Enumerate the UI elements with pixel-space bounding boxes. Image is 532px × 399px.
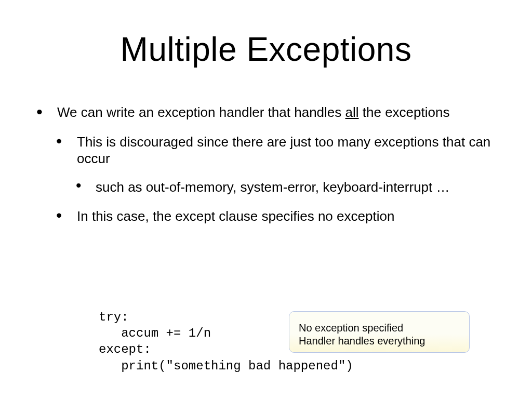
bullet-dot-icon: • (56, 207, 62, 223)
bullet-dot-icon: • (36, 103, 43, 121)
bullet-dot-icon: • (56, 132, 62, 149)
bullet-dot-icon: • (76, 178, 82, 193)
bullet-text: In this case, the except clause specifie… (77, 208, 394, 224)
bullet-text: This is discouraged since there are just… (77, 134, 490, 167)
slide-title: Multiple Exceptions (0, 30, 532, 69)
bullet-level-3: • such as out-of-memory, system-error, k… (76, 179, 501, 196)
text-run: We can write an exception handler that h… (57, 104, 345, 120)
bullet-text: such as out-of-memory, system-error, key… (96, 179, 450, 195)
text-run: the exceptions (359, 104, 450, 120)
slide: Multiple Exceptions • We can write an ex… (0, 0, 532, 399)
code-block: try: accum += 1/n except: print("somethi… (99, 309, 353, 374)
bullet-level-2: • In this case, the except clause specif… (56, 208, 501, 225)
bullet-level-2: • This is discouraged since there are ju… (56, 134, 501, 167)
slide-body: • We can write an exception handler that… (36, 104, 501, 225)
text-underlined: all (345, 104, 359, 120)
bullet-level-1: • We can write an exception handler that… (36, 104, 501, 121)
bullet-text: We can write an exception handler that h… (57, 104, 449, 120)
